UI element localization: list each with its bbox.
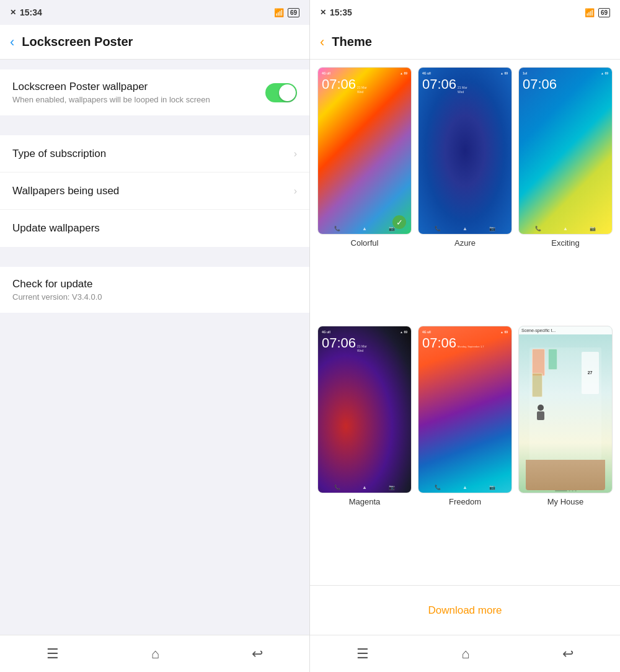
themes-grid: 4G ull ▲ 69 07:06 21 MarWed 📞 ▲ 📷 ✓ Colo… [310,60,620,585]
theme-myhouse-preview: Scene-specific t... 27 [518,326,613,493]
right-status-time: ✕ 15:35 [320,7,352,17]
back-button-right[interactable]: ‹ [320,34,324,50]
theme-myhouse-label: My House [547,497,584,506]
settings-body: Lockscreen Poster wallpaper When enabled… [0,60,309,635]
theme-magenta[interactable]: 4G ull ▲ 69 07:06 21 MarWed 📞 ▲ 📷 Magent… [317,326,412,578]
theme-myhouse[interactable]: Scene-specific t... 27 [518,326,613,578]
theme-freedom-label: Freedom [449,497,481,506]
type-of-subscription-row[interactable]: Type of subscription › [0,135,309,172]
wifi-icon: 📶 [274,8,284,17]
page-title-left: Lockscreen Poster [22,35,133,49]
theme-colorful-label: Colorful [351,238,379,248]
check-update-section: Check for update Current version: V3.4.0… [0,267,309,313]
wallpaper-toggle-row: Lockscreen Poster wallpaper When enabled… [0,69,309,115]
left-status-icons: 📶 69 [274,8,299,17]
wallpaper-toggle-section: Lockscreen Poster wallpaper When enabled… [0,69,309,115]
wallpaper-toggle-switch[interactable] [265,83,297,102]
left-header: ‹ Lockscreen Poster [0,25,309,60]
download-more-bar[interactable]: Download more [310,585,620,635]
check-update-sublabel: Current version: V3.4.0.0 [12,292,102,302]
theme-exciting-label: Exciting [551,238,580,248]
theme-magenta-preview: 4G ull ▲ 69 07:06 21 MarWed 📞 ▲ 📷 [317,326,412,493]
type-of-subscription-label: Type of subscription [12,148,106,160]
theme-magenta-label: Magenta [349,497,381,506]
theme-azure[interactable]: 4G ull ▲ 69 07:06 21 MarWed 📞 ▲ 📷 Azure [418,67,512,320]
battery-indicator: 69 [288,8,299,17]
page-title-right: Theme [332,35,371,49]
right-bottom-nav: ☰ ⌂ ↩ [310,635,620,672]
menu-items-section: Type of subscription › Wallpapers being … [0,135,309,247]
right-header: ‹ Theme [310,25,620,60]
back-button-left[interactable]: ‹ [10,34,14,50]
wallpaper-toggle-label: Lockscreen Poster wallpaper [12,81,210,93]
right-panel: ✕ 15:35 📶 69 ‹ Theme 4G ull ▲ 69 [310,0,620,672]
theme-freedom[interactable]: 4G ull ▲ 69 07:06 Monday, September 1,7 … [418,326,512,578]
signal-x-icon: ✕ [10,8,16,17]
wallpaper-toggle-text: Lockscreen Poster wallpaper When enabled… [12,81,210,104]
nav-back-icon-right[interactable]: ↩ [562,646,574,662]
left-panel: ✕ 15:34 📶 69 ‹ Lockscreen Poster Lockscr… [0,0,310,672]
theme-azure-label: Azure [454,238,476,248]
nav-menu-icon-left[interactable]: ☰ [46,646,59,662]
theme-colorful-preview: 4G ull ▲ 69 07:06 21 MarWed 📞 ▲ 📷 ✓ [317,67,412,235]
theme-freedom-preview: 4G ull ▲ 69 07:06 Monday, September 1,7 … [418,326,512,493]
wallpaper-toggle-sublabel: When enabled, wallpapers will be looped … [12,95,210,104]
check-update-label: Check for update [12,278,102,290]
check-update-row[interactable]: Check for update Current version: V3.4.0… [0,267,309,313]
right-status-icons: 📶 69 [585,8,610,17]
theme-exciting-preview: 1ul ▲ 69 07:06 📞 ▲ 📷 [518,67,613,235]
wallpapers-being-used-row[interactable]: Wallpapers being used › [0,172,309,210]
nav-home-icon-right[interactable]: ⌂ [461,646,469,662]
signal-x-icon-right: ✕ [320,8,326,17]
nav-menu-icon-right[interactable]: ☰ [356,646,369,662]
theme-exciting[interactable]: 1ul ▲ 69 07:06 📞 ▲ 📷 Exciting [518,67,613,320]
left-status-time: ✕ 15:34 [10,7,42,17]
theme-colorful[interactable]: 4G ull ▲ 69 07:06 21 MarWed 📞 ▲ 📷 ✓ Colo… [317,67,412,320]
check-update-text: Check for update Current version: V3.4.0… [12,278,102,302]
chevron-icon-subscription: › [294,148,297,159]
theme-azure-preview: 4G ull ▲ 69 07:06 21 MarWed 📞 ▲ 📷 [418,67,512,235]
nav-back-icon-left[interactable]: ↩ [252,646,263,662]
download-more-text: Download more [428,604,502,617]
wallpapers-being-used-label: Wallpapers being used [12,185,119,197]
update-wallpapers-row[interactable]: Update wallpapers [0,210,309,247]
chevron-icon-wallpapers: › [294,186,297,197]
wifi-icon-right: 📶 [585,8,595,17]
left-bottom-nav: ☰ ⌂ ↩ [0,635,309,672]
nav-home-icon-left[interactable]: ⌂ [151,646,159,662]
right-status-bar: ✕ 15:35 📶 69 [310,0,620,25]
left-status-bar: ✕ 15:34 📶 69 [0,0,309,25]
battery-indicator-right: 69 [598,8,610,17]
update-wallpapers-label: Update wallpapers [12,222,100,235]
scene-specific-overlay: Scene-specific t... [519,326,612,334]
